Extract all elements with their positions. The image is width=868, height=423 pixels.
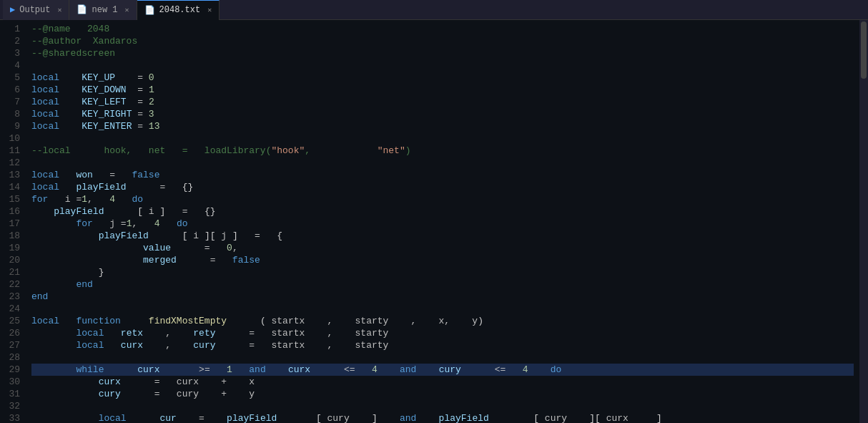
code-line: local cur = playField [ cury ] and playF… — [31, 412, 854, 423]
code-line — [31, 157, 854, 169]
code-line: } — [31, 266, 854, 278]
line-numbers: 1234567891011121314151617181920212223242… — [0, 20, 26, 423]
scrollbar-vertical[interactable] — [859, 20, 868, 423]
code-line: playField [ i ][ j ] = { — [31, 230, 854, 242]
editor-container: 1234567891011121314151617181920212223242… — [0, 20, 868, 423]
tab-2048[interactable]: 📄 2048.txt ✕ — [137, 0, 220, 20]
tab-output[interactable]: ▶ Output ✕ — [3, 0, 69, 20]
code-line: local KEY_LEFT = 2 — [31, 96, 854, 108]
code-line: curx = curx + x — [31, 376, 854, 388]
code-line: --local hook, net = loadLibrary("hook", … — [31, 145, 854, 157]
code-line: local KEY_UP = 0 — [31, 72, 854, 84]
code-line: end — [31, 291, 854, 303]
code-line: local playField = {} — [31, 181, 854, 193]
code-line — [31, 59, 854, 72]
code-line: --@name 2048 — [31, 23, 854, 35]
code-line: for i =1, 4 do — [31, 193, 854, 205]
file-icon-new1: 📄 — [77, 4, 87, 15]
code-line: value = 0, — [31, 242, 854, 254]
code-line — [31, 132, 854, 145]
file-icon-2048: 📄 — [144, 5, 155, 16]
code-line: local won = false — [31, 169, 854, 181]
code-line: --@sharedscreen — [31, 47, 854, 59]
code-line — [31, 400, 854, 412]
code-line: while curx >= 1 and curx <= 4 and cury <… — [31, 364, 854, 376]
terminal-icon: ▶ — [10, 4, 15, 15]
code-line: local KEY_DOWN = 1 — [31, 84, 854, 96]
tab-close-2048[interactable]: ✕ — [207, 6, 212, 14]
code-line: end — [31, 278, 854, 291]
code-line: for j =1, 4 do — [31, 218, 854, 230]
code-line: --@author Xandaros — [31, 35, 854, 47]
code-line — [31, 303, 854, 315]
tab-new1[interactable]: 📄 new 1 ✕ — [69, 0, 137, 20]
code-line: merged = false — [31, 254, 854, 266]
code-area[interactable]: --@name 2048--@author Xandaros--@shareds… — [26, 20, 859, 423]
code-line: local curx , cury = startx , starty — [31, 339, 854, 351]
tab-bar: ▶ Output ✕ 📄 new 1 ✕ 📄 2048.txt ✕ — [0, 0, 868, 20]
code-line — [31, 351, 854, 364]
code-line: playField [ i ] = {} — [31, 205, 854, 218]
code-line: local function findXMostEmpty ( startx ,… — [31, 315, 854, 327]
code-line: local KEY_ENTER = 13 — [31, 120, 854, 132]
code-line: cury = cury + y — [31, 388, 854, 400]
tab-close-output[interactable]: ✕ — [57, 6, 61, 14]
tab-close-new1[interactable]: ✕ — [125, 6, 129, 14]
code-line: local retx , rety = startx , starty — [31, 327, 854, 339]
scrollbar-thumb[interactable] — [861, 21, 867, 79]
code-line: local KEY_RIGHT = 3 — [31, 108, 854, 120]
